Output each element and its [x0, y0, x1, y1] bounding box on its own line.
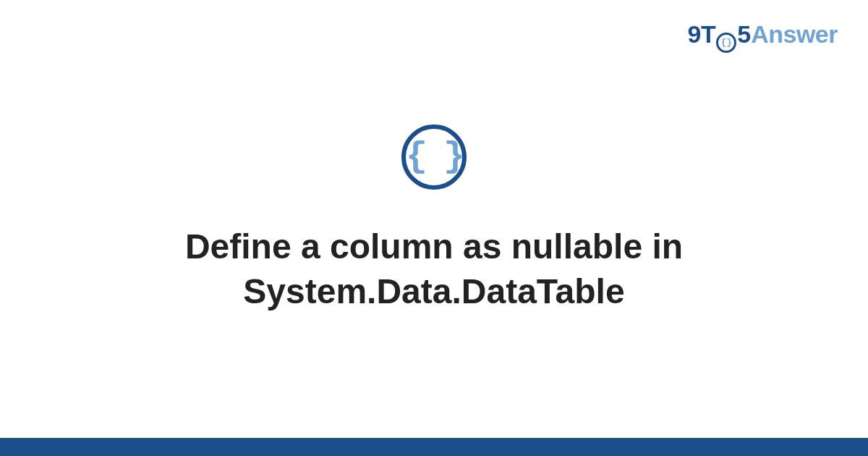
page-title: Define a column as nullable in System.Da… — [109, 224, 760, 313]
footer-bar — [0, 438, 868, 456]
code-braces-icon: { } — [401, 124, 467, 190]
braces-glyph: { } — [406, 139, 462, 175]
main-content: { } Define a column as nullable in Syste… — [0, 0, 868, 438]
